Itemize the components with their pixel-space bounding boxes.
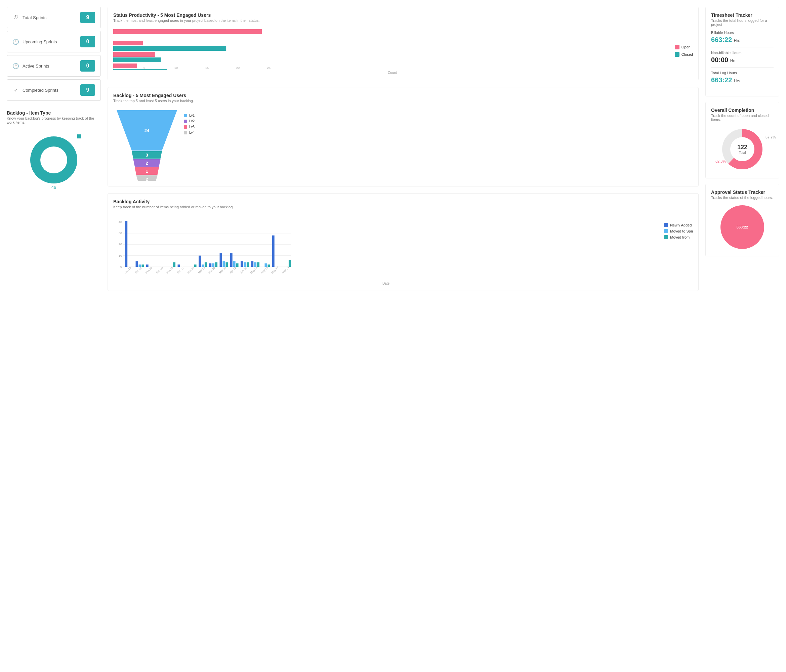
middle-panel: Status Productivity - 5 Most Engaged Use… (107, 7, 699, 291)
completed-sprints-label: Completed Sprints (22, 88, 58, 93)
backlog-donut-chart (24, 130, 84, 190)
chart-x-label: Count (113, 71, 671, 75)
backlog-activity-subtitle: Keep track of the number of items being … (113, 205, 693, 209)
total-log-value: 663:22 Hrs (711, 76, 773, 84)
total-log-label: Total Log Hours (711, 71, 773, 75)
backlog-engaged-title: Backlog - 5 Most Engaged Users (113, 93, 693, 98)
clock-icon-upcoming: 🕐 (13, 38, 19, 45)
backlog-row: Backlog - 5 Most Engaged Users Track the… (107, 87, 699, 187)
overall-total-value: 122 (737, 144, 747, 151)
backlog-activity-section: Backlog Activity Keep track of the numbe… (107, 193, 699, 291)
status-productivity-section: Status Productivity - 5 Most Engaged Use… (107, 7, 699, 80)
approval-section: Approval Status Tracker Tracks the statu… (705, 184, 779, 256)
backlog-item-type-title: Backlog - Item Type (7, 110, 101, 116)
active-sprints-value: 0 (80, 60, 95, 72)
billable-value: 663:22 Hrs (711, 36, 773, 44)
upcoming-sprints-card[interactable]: 🕐 Upcoming Sprints 0 (7, 31, 101, 52)
non-billable-label: Non-billable Hours (711, 51, 773, 55)
legend-moved-from: Moved from (670, 235, 690, 239)
active-sprints-card[interactable]: 🕐 Active Sprints 0 (7, 55, 101, 77)
status-prod-title: Status Productivity - 5 Most Engaged Use… (113, 13, 693, 18)
legend-closed: Closed (682, 52, 693, 57)
timesheet-subtitle: Tracks the total hours logged for a proj… (711, 19, 773, 27)
approval-value: 663:22 (737, 225, 748, 229)
backlog-activity-chart (113, 213, 295, 280)
overall-title: Overall Completion (711, 108, 773, 113)
open-pct-label: 37.7% (766, 135, 776, 139)
clock-icon-active: 🕐 (13, 63, 19, 69)
timesheet-section: Timesheet Tracker Tracks the total hours… (705, 7, 779, 96)
total-log-hours-row: Total Log Hours 663:22 Hrs (711, 71, 773, 87)
approval-subtitle: Tracks the status of the logged hours. (711, 196, 773, 199)
timesheet-title: Timesheet Tracker (711, 13, 773, 18)
completed-sprints-value: 9 (80, 84, 95, 96)
backlog-activity-title: Backlog Activity (113, 199, 693, 204)
upcoming-sprints-value: 0 (80, 36, 95, 47)
funnel-legend: Lv1 Lv2 Lv3 Lv4 (184, 113, 195, 134)
funnel-chart (113, 107, 181, 181)
legend-open: Open (682, 45, 690, 49)
non-billable-hours-row: Non-billable Hours 00:00 Hrs (711, 51, 773, 68)
backlog-engaged-subtitle: Track the top 5 and least 5 users in you… (113, 99, 693, 103)
right-panel: Timesheet Tracker Tracks the total hours… (705, 7, 779, 291)
active-sprints-label: Active Sprints (22, 63, 49, 69)
status-prod-subtitle: Track the most and least engaged users i… (113, 19, 693, 22)
backlog-donut-wrap (7, 130, 101, 190)
activity-x-label: Date (113, 281, 659, 285)
sprint-summary-panel: ⏱ Total Sprints 9 🕐 Upcoming Sprints 0 🕐… (7, 7, 101, 291)
overall-total-label: Total (737, 151, 747, 155)
billable-hours-row: Billable Hours 663:22 Hrs (711, 31, 773, 47)
approval-title: Approval Status Tracker (711, 190, 773, 195)
total-sprints-card[interactable]: ⏱ Total Sprints 9 (7, 7, 101, 28)
total-sprints-value: 9 (80, 12, 95, 23)
backlog-engaged-section: Backlog - 5 Most Engaged Users Track the… (107, 87, 699, 187)
billable-label: Billable Hours (711, 31, 773, 35)
completed-sprints-card[interactable]: ✓ Completed Sprints 9 (7, 79, 101, 101)
legend-moved-to-sprint: Moved to Spri (670, 229, 693, 233)
activity-legend: Newly Added Moved to Spri Moved from (664, 223, 693, 285)
legend-newly-added: Newly Added (670, 223, 692, 227)
check-icon: ✓ (13, 87, 19, 93)
status-productivity-chart (113, 27, 275, 70)
total-sprints-label: Total Sprints (22, 15, 47, 20)
non-billable-value: 00:00 Hrs (711, 56, 773, 64)
backlog-item-type-subtitle: Know your backlog's progress by keeping … (7, 116, 101, 124)
closed-pct-label: 62.3% (715, 159, 726, 163)
overall-subtitle: Track the count of open and closed items… (711, 113, 773, 122)
upcoming-sprints-label: Upcoming Sprints (22, 39, 57, 44)
overall-completion-section: Overall Completion Track the count of op… (705, 102, 779, 178)
timer-icon: ⏱ (13, 14, 19, 21)
